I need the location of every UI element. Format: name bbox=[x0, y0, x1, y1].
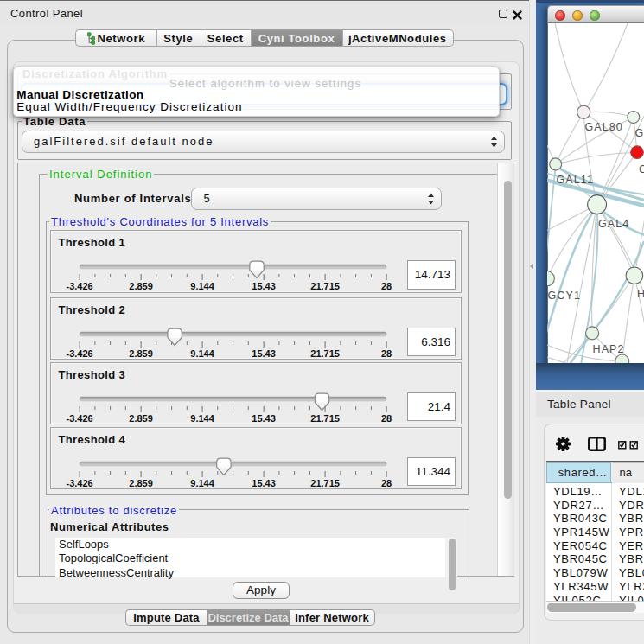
svg-text:GCY1: GCY1 bbox=[547, 290, 580, 302]
svg-text:2.859: 2.859 bbox=[129, 281, 153, 291]
svg-text:9.144: 9.144 bbox=[190, 478, 214, 488]
svg-text:9.144: 9.144 bbox=[190, 348, 214, 359]
svg-text:21.715: 21.715 bbox=[310, 348, 340, 359]
svg-text:GAL4: GAL4 bbox=[598, 218, 629, 230]
svg-text:Threshold 3: Threshold 3 bbox=[58, 367, 125, 380]
svg-text:21.715: 21.715 bbox=[310, 413, 340, 424]
svg-text:28: 28 bbox=[380, 281, 391, 291]
svg-text:2.859: 2.859 bbox=[129, 348, 153, 359]
svg-text:21.715: 21.715 bbox=[310, 478, 340, 488]
svg-text:-3.426: -3.426 bbox=[66, 413, 92, 424]
svg-text:9.144: 9.144 bbox=[190, 281, 214, 291]
svg-text:Threshold 2: Threshold 2 bbox=[58, 303, 125, 316]
svg-text:2.859: 2.859 bbox=[129, 413, 153, 424]
svg-text:2.859: 2.859 bbox=[129, 478, 153, 488]
svg-text:G.: G. bbox=[634, 127, 644, 139]
svg-text:Threshold 1: Threshold 1 bbox=[58, 236, 125, 249]
svg-text:-3.426: -3.426 bbox=[66, 478, 92, 488]
svg-text:-3.426: -3.426 bbox=[66, 348, 92, 359]
svg-text:21.715: 21.715 bbox=[310, 281, 340, 291]
svg-text:28: 28 bbox=[380, 413, 391, 424]
svg-text:C: C bbox=[639, 163, 644, 175]
svg-text:15.43: 15.43 bbox=[252, 478, 276, 488]
svg-text:-3.426: -3.426 bbox=[66, 281, 92, 291]
svg-text:H: H bbox=[637, 288, 644, 300]
svg-text:Threshold 4: Threshold 4 bbox=[58, 432, 125, 445]
svg-text:GAL11: GAL11 bbox=[556, 174, 594, 186]
svg-text:28: 28 bbox=[380, 348, 391, 359]
svg-text:9.144: 9.144 bbox=[190, 413, 214, 424]
svg-text:15.43: 15.43 bbox=[252, 281, 276, 291]
svg-text:HAP2: HAP2 bbox=[592, 343, 624, 355]
svg-text:15.43: 15.43 bbox=[252, 348, 276, 359]
svg-text:15.43: 15.43 bbox=[252, 413, 276, 424]
svg-text:GAL80: GAL80 bbox=[584, 121, 622, 133]
svg-text:28: 28 bbox=[380, 478, 391, 488]
